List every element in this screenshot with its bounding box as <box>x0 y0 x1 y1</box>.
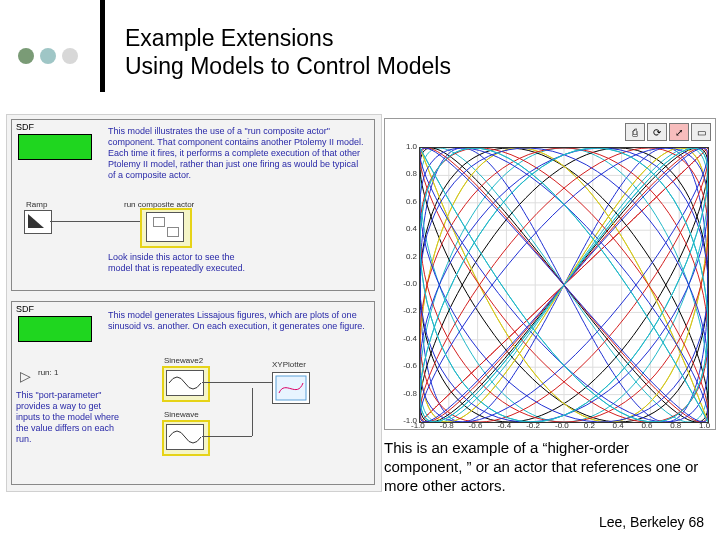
ramp-label: Ramp <box>26 200 47 209</box>
y-tick: 1.0 <box>393 142 417 151</box>
ramp-icon <box>28 214 44 228</box>
page-title: Example Extensions Using Models to Contr… <box>125 24 451 80</box>
sinewave2-actor <box>166 370 204 396</box>
sinewave-actor <box>166 424 204 450</box>
y-tick: 0.2 <box>393 252 417 261</box>
dot-2 <box>40 48 56 64</box>
plot-toolbar: ⎙ ⟳ ⤢ ▭ <box>625 123 711 141</box>
lower-model-panel: SDF This model generates Lissajous figur… <box>11 301 375 485</box>
x-tick: -0.4 <box>497 421 511 430</box>
run-port-icon: ▷ <box>20 368 31 384</box>
y-tick: 0.4 <box>393 224 417 233</box>
slide: Example Extensions Using Models to Contr… <box>0 0 720 540</box>
y-tick: -0.4 <box>393 334 417 343</box>
lower-description: This model generates Lissajous figures, … <box>108 310 366 332</box>
print-icon[interactable]: ⎙ <box>625 123 645 141</box>
ptolemy-screenshot: SDF This model illustrates the use of a … <box>6 114 382 492</box>
title-line-2: Using Models to Control Models <box>125 52 451 80</box>
run-port-label: run: 1 <box>38 368 58 377</box>
sine-icon <box>167 371 203 395</box>
y-tick: 0.8 <box>393 169 417 178</box>
wire-ramp-to-comp <box>50 221 142 222</box>
y-tick: -0.0 <box>393 279 417 288</box>
bullet-dots <box>18 48 78 64</box>
title-line-1: Example Extensions <box>125 24 451 52</box>
composite-inner-1 <box>153 217 165 227</box>
port-parameter-text: This "port-parameter" provides a way to … <box>16 390 126 445</box>
wire-sine-xy-v <box>252 388 253 436</box>
svg-rect-0 <box>276 376 306 400</box>
look-inside-text: Look inside this actor to see the model … <box>108 252 258 274</box>
y-tick: -0.2 <box>393 306 417 315</box>
dot-3 <box>62 48 78 64</box>
xyplotter-label: XYPlotter <box>272 360 306 369</box>
ramp-actor <box>24 210 52 234</box>
y-tick: -0.6 <box>393 361 417 370</box>
xyplotter-icon <box>273 373 309 403</box>
zoom-icon[interactable]: ⤢ <box>669 123 689 141</box>
x-tick: 0.6 <box>641 421 652 430</box>
x-tick: 1.0 <box>699 421 710 430</box>
x-tick: 0.4 <box>613 421 624 430</box>
slide-footer: Lee, Berkeley 68 <box>599 514 704 530</box>
x-tick: -1.0 <box>411 421 425 430</box>
wire-sine-xy-h <box>202 436 252 437</box>
y-tick: 0.6 <box>393 197 417 206</box>
sinewave-label: Sinewave <box>164 410 199 419</box>
plot-window: ⎙ ⟳ ⤢ ▭ 1.00.80.60.40.2-0.0-0.2-0.4-0.6-… <box>384 118 716 430</box>
upper-model-panel: SDF This model illustrates the use of a … <box>11 119 375 291</box>
plot-area <box>419 147 709 423</box>
run-composite-actor <box>146 212 184 242</box>
director-swatch-lower <box>18 316 92 342</box>
x-tick: -0.2 <box>526 421 540 430</box>
xyplotter-actor <box>272 372 310 404</box>
director-swatch-upper <box>18 134 92 160</box>
caption-text: This is an example of a “higher-order co… <box>384 438 710 495</box>
sine-icon-2 <box>167 425 203 449</box>
title-accent-bar <box>100 0 105 92</box>
y-tick: -0.8 <box>393 389 417 398</box>
reset-icon[interactable]: ⟳ <box>647 123 667 141</box>
lissajous-svg <box>420 148 708 422</box>
upper-description: This model illustrates the use of a "run… <box>108 126 366 181</box>
dot-1 <box>18 48 34 64</box>
sdf-label-upper: SDF <box>16 122 34 132</box>
sinewave2-label: Sinewave2 <box>164 356 203 365</box>
x-tick: 0.8 <box>670 421 681 430</box>
wire-sine2-xy <box>202 382 272 383</box>
composite-inner-2 <box>167 227 179 237</box>
x-tick: -0.6 <box>469 421 483 430</box>
x-tick: -0.0 <box>555 421 569 430</box>
fit-icon[interactable]: ▭ <box>691 123 711 141</box>
x-tick: 0.2 <box>584 421 595 430</box>
x-tick: -0.8 <box>440 421 454 430</box>
sdf-label-lower: SDF <box>16 304 34 314</box>
